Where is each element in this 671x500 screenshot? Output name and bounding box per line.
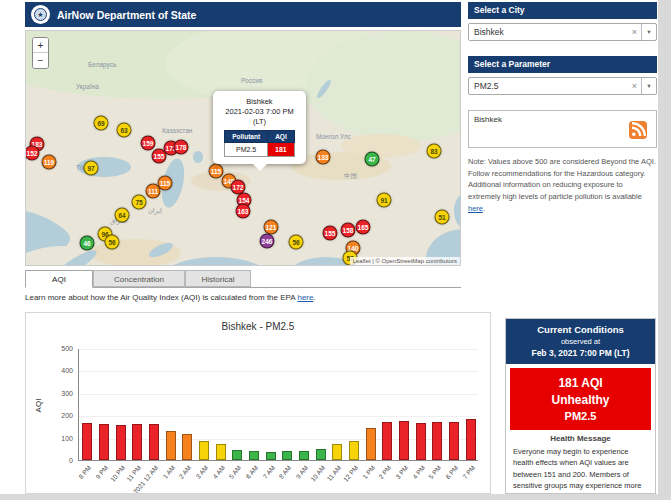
learn-more-text: Learn more about how the Air Quality Ind… [25, 293, 297, 302]
chart-bar[interactable] [232, 450, 242, 460]
chart-bar[interactable] [349, 441, 359, 460]
chart-bar[interactable] [466, 419, 476, 460]
chart-bar[interactable] [166, 431, 176, 460]
map-country-label: Казахстан [162, 127, 192, 134]
learn-more-suffix: . [313, 293, 315, 302]
chart-bar[interactable] [149, 424, 159, 460]
y-axis-tick-label: 400 [43, 367, 73, 374]
tab-aqi[interactable]: AQI [25, 270, 93, 288]
city-caret-down-icon[interactable]: ▼ [641, 24, 656, 40]
aqi-map-marker[interactable]: 163 [236, 204, 251, 219]
aqi-map-marker[interactable]: 83 [427, 144, 442, 159]
aqi-map-marker[interactable]: 246 [260, 234, 275, 249]
chart-bar[interactable] [99, 424, 109, 460]
map-attribution[interactable]: Leaflet | © OpenStreetMap contributors [350, 257, 460, 265]
select-parameter-label: Select a Parameter [474, 59, 550, 69]
chart-bar[interactable] [316, 449, 326, 460]
popup-col-pollutant: Pollutant [225, 131, 268, 143]
chart-bar[interactable] [332, 444, 342, 460]
chart-tabs: AQI Concentration Historical [25, 270, 461, 288]
aqi-note: Note: Values above 500 are considered Be… [468, 156, 657, 214]
chart-bar[interactable] [399, 421, 409, 460]
learn-more-here-link[interactable]: here [297, 293, 313, 302]
map-country-label: Україна [76, 83, 99, 90]
chart-bar[interactable] [199, 441, 209, 460]
y-axis-tick-label: 500 [43, 345, 73, 352]
parameter-caret-down-icon[interactable]: ▼ [641, 78, 656, 94]
learn-more-line: Learn more about how the Air Quality Ind… [25, 293, 316, 302]
aqi-map-marker[interactable]: 119 [42, 155, 57, 170]
map-country-label: 中国 [344, 172, 357, 181]
aqi-map-marker[interactable]: 75 [132, 195, 147, 210]
aqi-map-marker[interactable]: 115 [209, 164, 224, 179]
popup-city: Bishkek [217, 97, 302, 107]
chart-bar[interactable] [182, 434, 192, 460]
select-city-header: Select a City [468, 2, 657, 19]
parameter-select[interactable]: PM2.5 × ▼ [468, 77, 657, 95]
chart-bar[interactable] [382, 422, 392, 460]
app-title: AirNow Department of State [57, 9, 196, 21]
popup-col-aqi: AQI [268, 131, 295, 143]
aqi-map-marker[interactable]: 46 [80, 236, 95, 251]
y-axis-tick-label: 0 [43, 457, 73, 464]
parameter-select-value: PM2.5 [469, 81, 628, 91]
rss-city-label: Bishkek [474, 115, 502, 124]
tab-historical[interactable]: Historical [185, 270, 251, 287]
select-parameter-header: Select a Parameter [468, 56, 657, 73]
chart-bar[interactable] [82, 423, 92, 460]
chart-plot: 01002003004005008 PM9 PM10 PM11 PMFeb 02… [78, 349, 478, 461]
chart-bar[interactable] [132, 424, 142, 460]
aqi-map-marker[interactable]: 178 [174, 140, 189, 155]
city-select[interactable]: Bishkek × ▼ [468, 23, 657, 41]
aqi-map-marker[interactable]: 51 [435, 210, 450, 225]
chart-gridline [79, 371, 478, 372]
zoom-out-button[interactable]: − [33, 53, 48, 68]
aqi-map-marker[interactable]: 91 [377, 193, 392, 208]
aqi-map-marker[interactable]: 159 [141, 136, 156, 151]
y-axis-tick-label: 300 [43, 390, 73, 397]
city-clear-icon[interactable]: × [628, 27, 641, 37]
note-here-link[interactable]: here [468, 204, 483, 213]
chart-bar[interactable] [416, 423, 426, 460]
aqi-map-marker[interactable]: 158 [341, 223, 356, 238]
aqi-map-marker[interactable]: 63 [117, 123, 132, 138]
tab-concentration[interactable]: Concentration [93, 270, 185, 287]
popup-tip [253, 164, 267, 171]
chart-bar[interactable] [299, 451, 309, 460]
aqi-map-marker[interactable]: 56 [289, 235, 304, 250]
observed-at-label: observed at [510, 337, 651, 346]
chart-bar[interactable] [249, 451, 259, 460]
chart-bar[interactable] [266, 452, 276, 460]
chart-title: Bishkek - PM2.5 [26, 321, 490, 332]
current-aqi-category: Unhealthy [514, 393, 647, 407]
chart-bar[interactable] [449, 422, 459, 460]
zoom-in-button[interactable]: + [33, 38, 48, 53]
aqi-map-marker[interactable]: 97 [84, 161, 99, 176]
map-country-label: Монгол Улс [316, 133, 351, 140]
aqi-map-marker[interactable]: 121 [264, 220, 279, 235]
aqi-map-marker[interactable]: 47 [365, 152, 380, 167]
popup-datetime: 2021-02-03 7:00 PM [217, 107, 302, 117]
chart-bar[interactable] [432, 422, 442, 460]
rss-icon[interactable] [629, 121, 647, 139]
chart-bar[interactable] [366, 428, 376, 460]
page-bottom-gutter [0, 494, 671, 500]
map-popup: Bishkek 2021-02-03 7:00 PM (LT) Pollutan… [213, 91, 306, 164]
chart-bar[interactable] [116, 425, 126, 460]
aqi-map-marker[interactable]: 133 [316, 150, 331, 165]
aqi-map-marker[interactable]: 64 [115, 208, 130, 223]
chart-y-axis-label: AQI [34, 399, 43, 413]
aqi-map[interactable]: БеларусьУкраїнаРоссияКазахстанМонгол Улс… [25, 30, 461, 266]
aqi-map-marker[interactable]: 165 [356, 220, 371, 235]
app-header: ★ AirNow Department of State [25, 2, 461, 27]
aqi-map-marker[interactable]: 152 [25, 146, 40, 161]
current-pollutant: PM2.5 [514, 410, 647, 422]
chart-bar[interactable] [282, 451, 292, 460]
aqi-map-marker[interactable]: 155 [323, 226, 338, 241]
aqi-map-marker[interactable]: 69 [94, 116, 109, 131]
current-conditions-panel: Current Conditions observed at Feb 3, 20… [505, 318, 656, 494]
aqi-map-marker[interactable]: 56 [105, 235, 120, 250]
chart-bar[interactable] [216, 444, 226, 460]
parameter-clear-icon[interactable]: × [628, 81, 641, 91]
aqi-map-marker[interactable]: 115 [158, 176, 173, 191]
